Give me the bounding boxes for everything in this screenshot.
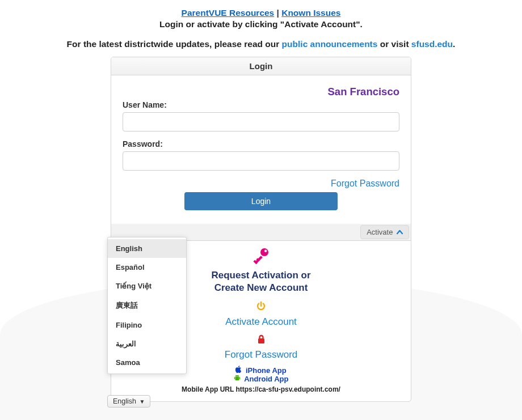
android-icon <box>234 375 243 383</box>
header-activate-instruction: Login or activate by clicking "Activate … <box>0 19 522 29</box>
login-button[interactable]: Login <box>184 192 338 210</box>
svg-line-8 <box>235 375 236 376</box>
iphone-app-link[interactable]: iPhone App <box>246 366 287 375</box>
login-panel-title: Login <box>111 57 411 75</box>
svg-point-0 <box>260 248 268 256</box>
forgot-password-link-2[interactable]: Forgot Password <box>225 349 298 360</box>
header-separator: | <box>274 8 281 18</box>
apple-icon <box>235 366 244 375</box>
activate-toggle-button[interactable]: Activate <box>360 225 409 239</box>
password-label: Password: <box>123 139 399 149</box>
language-option[interactable]: Español <box>108 258 186 277</box>
username-input[interactable] <box>123 112 399 131</box>
svg-rect-6 <box>234 377 234 379</box>
chevron-up-icon <box>397 228 403 236</box>
language-option[interactable]: Samoa <box>108 353 186 372</box>
parentvue-resources-link[interactable]: ParentVUE Resources <box>182 8 275 18</box>
svg-line-9 <box>238 375 238 376</box>
android-app-link[interactable]: Android App <box>244 375 288 383</box>
svg-point-1 <box>264 250 267 252</box>
caret-down-icon: ▼ <box>139 398 145 405</box>
language-selector-button[interactable]: English ▼ <box>107 395 150 408</box>
mobile-app-url: Mobile App URL https://ca-sfu-psv.edupoi… <box>123 385 399 393</box>
header-links: ParentVUE Resources | Known Issues <box>0 8 522 18</box>
forgot-password-link[interactable]: Forgot Password <box>331 179 399 188</box>
svg-rect-5 <box>258 338 264 343</box>
language-option[interactable]: English <box>108 239 186 258</box>
public-announcements-link[interactable]: public announcements <box>282 39 378 49</box>
password-input[interactable] <box>123 151 399 171</box>
language-option[interactable]: Filipino <box>108 316 186 334</box>
language-option[interactable]: 廣東話 <box>108 295 186 316</box>
header-updates: For the latest districtwide updates, ple… <box>0 39 522 49</box>
username-label: User Name: <box>123 100 399 109</box>
language-dropdown-menu[interactable]: English Español Tiếng Việt 廣東話 Filipino … <box>107 237 187 374</box>
svg-rect-7 <box>239 377 240 379</box>
sfusd-link[interactable]: sfusd.edu <box>411 39 453 49</box>
language-option[interactable]: Tiếng Việt <box>108 277 186 295</box>
activate-account-link[interactable]: Activate Account <box>225 316 297 328</box>
district-name: San Francisco <box>123 86 399 98</box>
known-issues-link[interactable]: Known Issues <box>281 8 340 18</box>
language-option[interactable]: العربية <box>108 334 186 353</box>
